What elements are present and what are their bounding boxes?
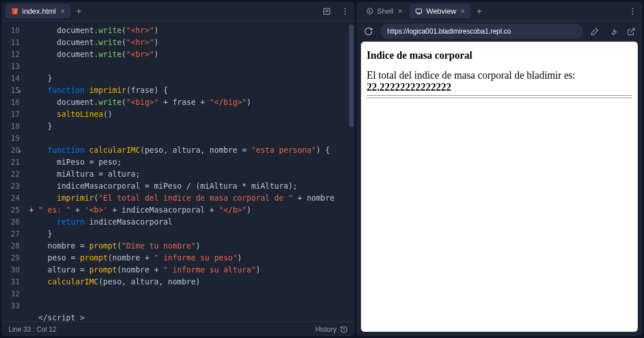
open-external-icon[interactable] [624, 25, 638, 38]
code-area[interactable]: document.write("<hr>") document.write("<… [24, 21, 355, 321]
cursor-position: Line 33 : Col 12 [9, 325, 56, 333]
svg-point-11 [632, 13, 633, 14]
kebab-menu-icon[interactable] [626, 5, 639, 18]
tab-shell[interactable]: Shell × [360, 4, 408, 18]
svg-point-9 [632, 8, 633, 9]
page-heading: Indice de masa corporal [367, 50, 632, 62]
close-icon[interactable]: × [60, 7, 65, 15]
tab-label: Webview [426, 7, 457, 15]
tab-webview[interactable]: Webview × [409, 4, 471, 18]
reload-button[interactable] [361, 24, 376, 39]
close-icon[interactable]: × [461, 7, 465, 15]
url-input[interactable]: https://logica001.bladimirescoba1.repl.c… [380, 24, 583, 39]
address-bar: https://logica001.bladimirescoba1.repl.c… [356, 21, 642, 42]
svg-line-12 [630, 28, 634, 32]
new-tab-button[interactable]: + [472, 4, 486, 19]
hr [367, 95, 632, 96]
tab-label: index.html [22, 7, 56, 15]
tab-label: Shell [377, 7, 393, 15]
svg-point-10 [632, 10, 633, 11]
html-file-icon [11, 7, 19, 15]
url-text: https://logica001.bladimirescoba1.repl.c… [387, 27, 511, 35]
line-gutter: 101112131415▼1617181920▼2122232425262728… [2, 21, 24, 321]
code-editor[interactable]: 101112131415▼1617181920▼2122232425262728… [2, 21, 355, 321]
hr [367, 97, 632, 98]
tab-index-html[interactable]: index.html × [5, 4, 71, 18]
webview-icon [415, 7, 423, 15]
page-text: El total del indice de masa corporal de … [367, 70, 632, 93]
webview-content: Indice de masa corporal El total del ind… [361, 42, 638, 332]
close-icon[interactable]: × [398, 7, 403, 15]
svg-point-3 [344, 8, 346, 9]
edit-icon[interactable] [588, 25, 601, 38]
history-button[interactable]: History [315, 325, 337, 333]
right-tabbar: Shell × Webview × + [356, 2, 642, 21]
history-icon[interactable] [340, 325, 348, 333]
kebab-menu-icon[interactable] [339, 5, 351, 18]
shell-icon [366, 7, 374, 15]
svg-point-5 [344, 13, 346, 14]
editor-tabbar: index.html × + [2, 2, 355, 21]
svg-point-4 [344, 10, 346, 11]
editor-statusbar: Line 33 : Col 12 History [2, 321, 355, 336]
wrench-icon[interactable] [606, 25, 620, 38]
reader-mode-icon[interactable] [321, 5, 333, 18]
scrollbar[interactable] [349, 25, 354, 127]
new-tab-button[interactable]: + [72, 4, 86, 19]
svg-rect-7 [416, 9, 422, 13]
